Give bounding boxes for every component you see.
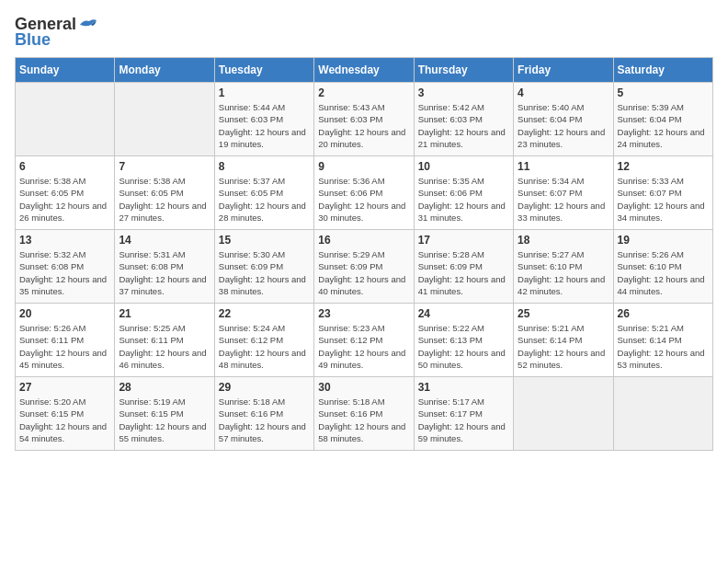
daylight: Daylight: 12 hours and 41 minutes. bbox=[418, 274, 506, 296]
daylight: Daylight: 12 hours and 34 minutes. bbox=[618, 201, 705, 223]
calendar-week-2: 13 Sunrise: 5:32 AM Sunset: 6:08 PM Dayl… bbox=[16, 230, 713, 304]
calendar-cell: 9 Sunrise: 5:36 AM Sunset: 6:06 PM Dayli… bbox=[314, 156, 414, 230]
day-number: 1 bbox=[219, 86, 310, 99]
sunset: Sunset: 6:07 PM bbox=[618, 188, 682, 198]
sunset: Sunset: 6:09 PM bbox=[418, 261, 483, 271]
calendar-cell bbox=[115, 83, 214, 156]
day-number: 24 bbox=[418, 307, 509, 320]
sunset: Sunset: 6:09 PM bbox=[318, 261, 382, 271]
cell-info: Sunrise: 5:38 AM Sunset: 6:05 PM Dayligh… bbox=[119, 175, 210, 224]
day-number: 21 bbox=[119, 307, 210, 320]
sunset: Sunset: 6:11 PM bbox=[119, 335, 183, 345]
page-header: General Blue bbox=[15, 15, 713, 50]
sunrise: Sunrise: 5:21 AM bbox=[618, 323, 684, 333]
calendar-cell: 6 Sunrise: 5:38 AM Sunset: 6:05 PM Dayli… bbox=[16, 156, 115, 230]
sunset: Sunset: 6:15 PM bbox=[119, 408, 183, 419]
day-number: 3 bbox=[418, 86, 509, 99]
sunrise: Sunrise: 5:18 AM bbox=[219, 396, 285, 407]
calendar-cell: 25 Sunrise: 5:21 AM Sunset: 6:14 PM Dayl… bbox=[514, 304, 613, 377]
cell-info: Sunrise: 5:29 AM Sunset: 6:09 PM Dayligh… bbox=[318, 248, 409, 297]
sunset: Sunset: 6:03 PM bbox=[418, 114, 483, 124]
sunset: Sunset: 6:03 PM bbox=[318, 114, 382, 124]
day-number: 7 bbox=[119, 160, 210, 173]
cell-info: Sunrise: 5:33 AM Sunset: 6:07 PM Dayligh… bbox=[618, 175, 709, 224]
calendar-cell: 27 Sunrise: 5:20 AM Sunset: 6:15 PM Dayl… bbox=[16, 377, 115, 451]
calendar-week-3: 20 Sunrise: 5:26 AM Sunset: 6:11 PM Dayl… bbox=[16, 304, 713, 377]
sunrise: Sunrise: 5:20 AM bbox=[19, 396, 85, 407]
daylight: Daylight: 12 hours and 54 minutes. bbox=[19, 421, 107, 443]
cell-info: Sunrise: 5:31 AM Sunset: 6:08 PM Dayligh… bbox=[119, 248, 210, 297]
day-number: 8 bbox=[219, 160, 310, 173]
calendar-cell: 4 Sunrise: 5:40 AM Sunset: 6:04 PM Dayli… bbox=[514, 83, 613, 156]
calendar-cell: 8 Sunrise: 5:37 AM Sunset: 6:05 PM Dayli… bbox=[214, 156, 313, 230]
cell-info: Sunrise: 5:26 AM Sunset: 6:11 PM Dayligh… bbox=[19, 322, 110, 371]
daylight: Daylight: 12 hours and 42 minutes. bbox=[518, 274, 605, 296]
sunset: Sunset: 6:14 PM bbox=[518, 335, 582, 345]
cell-info: Sunrise: 5:43 AM Sunset: 6:03 PM Dayligh… bbox=[318, 101, 409, 150]
day-number: 2 bbox=[318, 86, 409, 99]
calendar-cell: 18 Sunrise: 5:27 AM Sunset: 6:10 PM Dayl… bbox=[514, 230, 613, 304]
sunrise: Sunrise: 5:36 AM bbox=[318, 176, 384, 186]
calendar-cell bbox=[613, 377, 712, 451]
sunrise: Sunrise: 5:44 AM bbox=[219, 102, 285, 112]
calendar-cell bbox=[514, 377, 613, 451]
day-number: 18 bbox=[518, 234, 609, 247]
cell-info: Sunrise: 5:21 AM Sunset: 6:14 PM Dayligh… bbox=[518, 322, 609, 371]
daylight: Daylight: 12 hours and 59 minutes. bbox=[418, 421, 506, 443]
daylight: Daylight: 12 hours and 33 minutes. bbox=[518, 201, 605, 223]
sunset: Sunset: 6:05 PM bbox=[119, 188, 183, 198]
sunset: Sunset: 6:12 PM bbox=[219, 335, 283, 345]
calendar-cell: 7 Sunrise: 5:38 AM Sunset: 6:05 PM Dayli… bbox=[115, 156, 214, 230]
sunrise: Sunrise: 5:18 AM bbox=[318, 396, 384, 407]
cell-info: Sunrise: 5:37 AM Sunset: 6:05 PM Dayligh… bbox=[219, 175, 310, 224]
daylight: Daylight: 12 hours and 31 minutes. bbox=[418, 201, 506, 223]
cell-info: Sunrise: 5:38 AM Sunset: 6:05 PM Dayligh… bbox=[19, 175, 110, 224]
cell-info: Sunrise: 5:27 AM Sunset: 6:10 PM Dayligh… bbox=[518, 248, 609, 297]
day-number: 23 bbox=[318, 307, 409, 320]
daylight: Daylight: 12 hours and 55 minutes. bbox=[119, 421, 206, 443]
day-number: 26 bbox=[618, 307, 709, 320]
sunrise: Sunrise: 5:23 AM bbox=[318, 323, 384, 333]
cell-info: Sunrise: 5:32 AM Sunset: 6:08 PM Dayligh… bbox=[19, 248, 110, 297]
calendar-cell: 20 Sunrise: 5:26 AM Sunset: 6:11 PM Dayl… bbox=[16, 304, 115, 377]
weekday-header-thursday: Thursday bbox=[414, 58, 513, 83]
cell-info: Sunrise: 5:22 AM Sunset: 6:13 PM Dayligh… bbox=[418, 322, 509, 371]
sunset: Sunset: 6:04 PM bbox=[518, 114, 582, 124]
calendar-cell bbox=[16, 83, 115, 156]
day-number: 6 bbox=[19, 160, 110, 173]
cell-info: Sunrise: 5:18 AM Sunset: 6:16 PM Dayligh… bbox=[219, 396, 310, 444]
calendar-cell: 16 Sunrise: 5:29 AM Sunset: 6:09 PM Dayl… bbox=[314, 230, 414, 304]
daylight: Daylight: 12 hours and 53 minutes. bbox=[618, 348, 705, 370]
cell-info: Sunrise: 5:20 AM Sunset: 6:15 PM Dayligh… bbox=[19, 396, 110, 444]
day-number: 13 bbox=[19, 234, 110, 247]
daylight: Daylight: 12 hours and 52 minutes. bbox=[518, 348, 605, 370]
calendar-cell: 10 Sunrise: 5:35 AM Sunset: 6:06 PM Dayl… bbox=[414, 156, 513, 230]
daylight: Daylight: 12 hours and 48 minutes. bbox=[219, 348, 306, 370]
calendar-cell: 30 Sunrise: 5:18 AM Sunset: 6:16 PM Dayl… bbox=[314, 377, 414, 451]
day-number: 27 bbox=[19, 381, 110, 394]
cell-info: Sunrise: 5:39 AM Sunset: 6:04 PM Dayligh… bbox=[618, 101, 709, 150]
daylight: Daylight: 12 hours and 20 minutes. bbox=[318, 127, 405, 149]
weekday-header-tuesday: Tuesday bbox=[214, 58, 313, 83]
sunrise: Sunrise: 5:29 AM bbox=[318, 249, 384, 259]
daylight: Daylight: 12 hours and 35 minutes. bbox=[19, 274, 107, 296]
day-number: 20 bbox=[19, 307, 110, 320]
logo: General Blue bbox=[15, 15, 98, 50]
sunset: Sunset: 6:03 PM bbox=[219, 114, 283, 124]
day-number: 10 bbox=[418, 160, 509, 173]
calendar-cell: 21 Sunrise: 5:25 AM Sunset: 6:11 PM Dayl… bbox=[115, 304, 214, 377]
calendar-cell: 5 Sunrise: 5:39 AM Sunset: 6:04 PM Dayli… bbox=[613, 83, 712, 156]
day-number: 29 bbox=[219, 381, 310, 394]
sunrise: Sunrise: 5:24 AM bbox=[219, 323, 285, 333]
daylight: Daylight: 12 hours and 23 minutes. bbox=[518, 127, 605, 149]
sunrise: Sunrise: 5:38 AM bbox=[19, 176, 85, 186]
daylight: Daylight: 12 hours and 46 minutes. bbox=[119, 348, 206, 370]
sunset: Sunset: 6:15 PM bbox=[19, 408, 84, 419]
calendar-cell: 19 Sunrise: 5:26 AM Sunset: 6:10 PM Dayl… bbox=[613, 230, 712, 304]
calendar-week-1: 6 Sunrise: 5:38 AM Sunset: 6:05 PM Dayli… bbox=[16, 156, 713, 230]
logo-bird-icon bbox=[78, 17, 98, 32]
calendar-cell: 29 Sunrise: 5:18 AM Sunset: 6:16 PM Dayl… bbox=[214, 377, 313, 451]
day-number: 9 bbox=[318, 160, 409, 173]
sunrise: Sunrise: 5:33 AM bbox=[618, 176, 684, 186]
sunset: Sunset: 6:08 PM bbox=[119, 261, 183, 271]
